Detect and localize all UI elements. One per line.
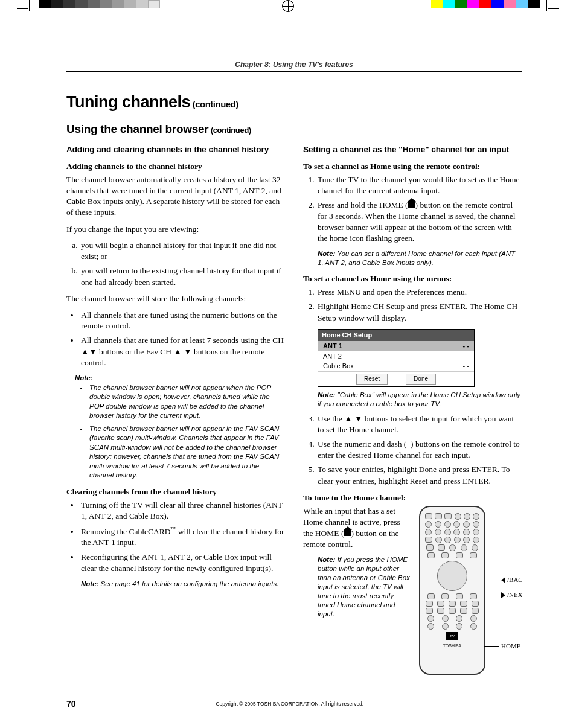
list-item: Use the ▲ ▼ buttons to select the input …	[316, 413, 522, 435]
note-text: You can set a different Home channel for…	[318, 250, 515, 266]
title-main: Tuning channels	[66, 93, 190, 111]
remote-illustration: TV TOSHIBA /BACK CH /NEXT CH HOME ()	[419, 506, 522, 675]
note-text: "Cable Box" will appear in the Home CH S…	[318, 391, 520, 407]
page-number: 70	[66, 699, 76, 709]
body-text: While an input that has a set Home chann…	[303, 506, 406, 550]
note-text: The channel browser banner will not appe…	[88, 424, 285, 481]
heading-set-menus: To set a channel as Home using the menus…	[303, 273, 522, 284]
chapter-header: Chapter 8: Using the TV's features	[66, 60, 522, 72]
setup-row: Cable Box- -	[318, 361, 474, 371]
list-item: you will begin a channel history for tha…	[80, 240, 285, 262]
reset-button: Reset	[356, 374, 388, 385]
list-item: Turning off the TV will clear all three …	[80, 500, 285, 522]
note-text: The channel browser banner will not appe…	[88, 383, 285, 421]
right-column: Setting a channel as the "Home" channel …	[303, 144, 522, 675]
note-text: See page 41 for details on configuring t…	[98, 580, 278, 587]
done-button: Done	[406, 374, 436, 385]
section-title: Using the channel browser (continued)	[66, 123, 522, 136]
setup-title: Home CH Setup	[318, 330, 474, 341]
heading-set-remote: To set a channel as Home using the remot…	[303, 161, 522, 172]
note-label: Note:	[318, 250, 335, 257]
note-text: If you press the HOME button while an in…	[318, 556, 410, 618]
subtitle-continued: (continued)	[208, 126, 251, 135]
subtitle-main: Using the channel browser	[66, 123, 208, 135]
remote-brand: TOSHIBA	[424, 643, 481, 648]
list-item: Press MENU and open the Preferences menu…	[316, 287, 522, 298]
list-item: Tune the TV to the channel you would lik…	[316, 174, 522, 196]
home-ch-setup-window: Home CH Setup ANT 1- - ANT 2- - Cable Bo…	[318, 329, 475, 387]
triangle-right-icon	[501, 592, 505, 598]
remote-body: TV TOSHIBA	[419, 506, 485, 675]
heading-home-channel: Setting a channel as the "Home" channel …	[303, 144, 522, 155]
callout-home: HOME ()	[501, 642, 522, 651]
home-icon	[408, 202, 415, 208]
heading-tune-home: To tune to the Home channel:	[303, 493, 522, 503]
note-label: Note:	[75, 374, 92, 382]
callout-next: /NEXT	[507, 590, 522, 599]
note-label: Note:	[318, 391, 335, 398]
heading-adding-clearing: Adding and clearing channels in the chan…	[66, 144, 285, 155]
triangle-left-icon	[501, 577, 505, 583]
list-item: Press and hold the HOME () button on the…	[316, 200, 522, 244]
body-text: The channel browser automatically create…	[66, 174, 285, 219]
copyright: Copyright © 2005 TOSHIBA CORPORATION. Al…	[76, 701, 504, 707]
body-text: If you change the input you are viewing:	[66, 224, 285, 235]
heading-adding: Adding channels to the channel history	[66, 161, 285, 172]
list-item: Reconfiguring the ANT 1, ANT 2, or Cable…	[80, 552, 285, 573]
left-column: Adding and clearing channels in the chan…	[66, 144, 285, 675]
note-label: Note:	[81, 580, 98, 587]
note-label: Note:	[318, 556, 335, 563]
list-item: you will return to the existing channel …	[80, 266, 285, 287]
list-item: Use the numeric and dash (–) buttons on …	[316, 439, 522, 461]
heading-clearing: Clearing channels from the channel histo…	[66, 487, 285, 497]
list-item: All channels that are tuned for at least…	[80, 335, 285, 368]
list-item: To save your entries, highlight Done and…	[316, 464, 522, 486]
callout-back: /BACK	[507, 575, 522, 584]
list-item: Highlight Home CH Setup and press ENTER.…	[316, 301, 522, 323]
page-title: Tuning channels (continued)	[66, 93, 522, 112]
setup-row: ANT 2- -	[318, 351, 474, 362]
list-item: All channels that are tuned using the nu…	[80, 310, 285, 331]
title-continued: (continued)	[190, 99, 238, 109]
home-icon	[344, 530, 351, 536]
body-text: The channel browser will store the follo…	[66, 293, 285, 304]
list-item: Removing the CableCARD™ will clear the c…	[80, 525, 285, 548]
setup-row: ANT 1- -	[318, 341, 474, 351]
